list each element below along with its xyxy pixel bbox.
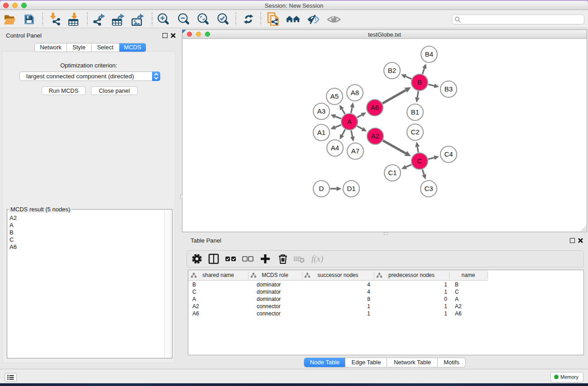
- svg-text:C: C: [417, 157, 422, 165]
- svg-text:C4: C4: [444, 150, 453, 158]
- svg-text:B1: B1: [411, 108, 419, 116]
- svg-text:A5: A5: [330, 92, 339, 100]
- svg-text:C1: C1: [388, 169, 397, 176]
- svg-text:A6: A6: [371, 104, 379, 111]
- svg-text:B: B: [417, 78, 422, 86]
- svg-text:C3: C3: [424, 185, 433, 192]
- svg-text:f(x): f(x): [311, 254, 323, 264]
- svg-text:D: D: [319, 185, 324, 192]
- svg-text:B3: B3: [445, 85, 453, 93]
- svg-text:B2: B2: [388, 67, 396, 74]
- svg-text:D1: D1: [347, 185, 355, 192]
- svg-text:C2: C2: [411, 128, 419, 136]
- svg-text:A1: A1: [317, 129, 325, 136]
- svg-text:A3: A3: [317, 107, 325, 115]
- svg-text:B4: B4: [425, 50, 433, 58]
- svg-text:A2: A2: [371, 132, 379, 140]
- svg-text:A7: A7: [351, 147, 359, 155]
- svg-text:A: A: [347, 118, 352, 125]
- svg-text:A4: A4: [331, 144, 339, 152]
- svg-text:A8: A8: [351, 89, 359, 96]
